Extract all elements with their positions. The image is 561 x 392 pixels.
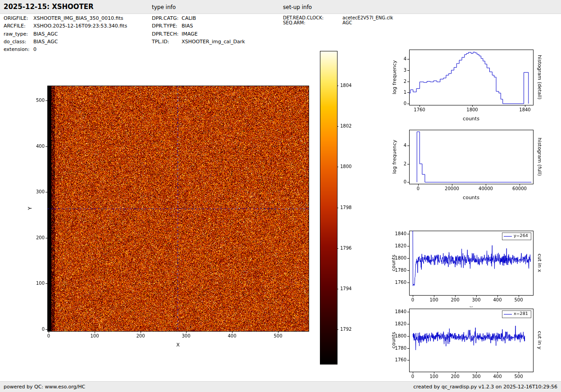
- dpr-tech-label: DPR.TECH:: [152, 31, 182, 37]
- extension-value: 0: [33, 46, 36, 52]
- seq-arm-label: SEQ.ARM:: [283, 20, 342, 25]
- read-clock-label: DET.READ.CLOCK:: [283, 15, 342, 20]
- cut-in-x-plot: [388, 226, 543, 307]
- footer-left-text: powered by QC: www.eso.org/HC: [4, 384, 85, 390]
- dpr-catg-label: DPR.CATG:: [152, 15, 182, 21]
- histogram-full-plot: [388, 125, 543, 204]
- qc-report-page: 2025-12-15: XSHOOTER type info set-up in…: [0, 0, 561, 392]
- cut-in-y-plot: [388, 304, 543, 383]
- arcfile-row: ARCFILE:XSHOO.2025-12-16T09:23:53.340.fi…: [4, 23, 127, 29]
- rawtype-value: BIAS_AGC: [33, 31, 58, 37]
- origfile-label: ORIGFILE:: [4, 15, 33, 21]
- page-title: 2025-12-15: XSHOOTER: [4, 3, 94, 11]
- footer-bar: powered by QC: www.eso.org/HC created by…: [0, 381, 561, 392]
- origfile-row: ORIGFILE:XSHOOTER_IMG_BIAS_350_0010.fits: [4, 15, 123, 21]
- header-bar: 2025-12-15: XSHOOTER type info set-up in…: [0, 0, 561, 14]
- doclass-row: do_class:BIAS_AGC: [4, 39, 58, 45]
- doclass-value: BIAS_AGC: [33, 39, 58, 45]
- extension-row: extension:0: [4, 46, 36, 52]
- extension-label: extension:: [4, 46, 33, 52]
- footer-right-text: created by qc_rawdisp.py v1.2.3 on 2025-…: [413, 384, 557, 390]
- dpr-catg-row: DPR.CATG:CALIB: [152, 15, 196, 21]
- type-info-heading: type info: [152, 4, 176, 10]
- rawtype-label: raw_type:: [4, 31, 33, 37]
- seq-arm-value: AGC: [342, 20, 352, 25]
- setup-info-heading: set-up info: [283, 4, 312, 10]
- origfile-value: XSHOOTER_IMG_BIAS_350_0010.fits: [33, 15, 123, 21]
- dpr-type-row: DPR.TYPE:BIAS: [152, 23, 193, 29]
- arcfile-value: XSHOO.2025-12-16T09:23:53.340.fits: [33, 23, 127, 29]
- rawtype-row: raw_type:BIAS_AGC: [4, 31, 58, 37]
- dpr-type-label: DPR.TYPE:: [152, 23, 182, 29]
- dpr-tech-value: IMAGE: [182, 31, 198, 37]
- dpr-catg-value: CALIB: [182, 15, 196, 21]
- histogram-detail-plot: [388, 45, 543, 126]
- dpr-type-value: BIAS: [182, 23, 193, 29]
- bias-image-plot: [25, 81, 315, 351]
- colorbar: [318, 49, 360, 369]
- tpl-id-value: XSHOOTER_img_cal_Dark: [182, 39, 245, 45]
- tpl-id-row: TPL.ID:XSHOOTER_img_cal_Dark: [152, 39, 245, 45]
- doclass-label: do_class:: [4, 39, 33, 45]
- read-clock-row: DET.READ.CLOCK:acetecE2V57I_ENG.clk: [283, 15, 393, 20]
- arcfile-label: ARCFILE:: [4, 23, 33, 29]
- seq-arm-row: SEQ.ARM:AGC: [283, 20, 352, 25]
- tpl-id-label: TPL.ID:: [152, 39, 182, 45]
- read-clock-value: acetecE2V57I_ENG.clk: [342, 15, 393, 20]
- dpr-tech-row: DPR.TECH:IMAGE: [152, 31, 198, 37]
